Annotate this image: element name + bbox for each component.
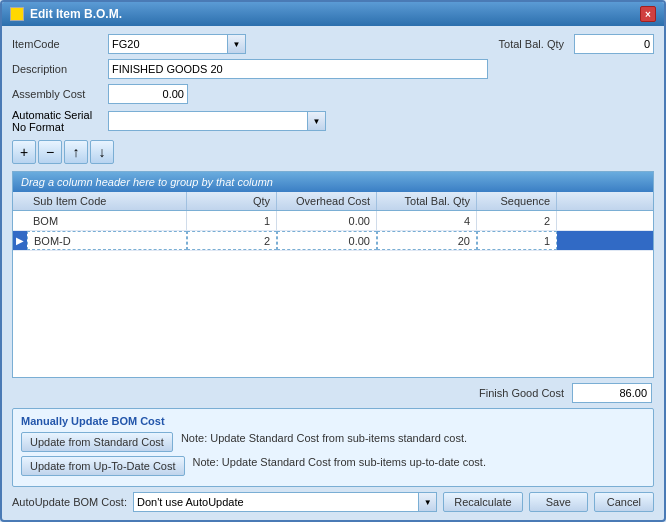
finish-good-row: Finish Good Cost	[12, 383, 654, 403]
grid-column-headers: Sub Item Code Qty Overhead Cost Total Ba…	[13, 192, 653, 211]
cell-sequence: 2	[477, 211, 557, 230]
grid-toolbar: + − ↑ ↓	[12, 140, 654, 164]
cell-overhead-cost: 0.00	[277, 211, 377, 230]
auto-serial-dropdown-btn[interactable]: ▼	[308, 111, 326, 131]
remove-row-button[interactable]: −	[38, 140, 62, 164]
row-indicator-col	[13, 192, 27, 210]
manually-update-title: Manually Update BOM Cost	[21, 415, 645, 427]
cell-sub-item-code-selected[interactable]: BOM-D	[27, 231, 187, 250]
bom-grid: Drag a column header here to group by th…	[12, 171, 654, 378]
update-standard-note: Note: Update Standard Cost from sub-item…	[181, 432, 645, 444]
manually-update-box: Manually Update BOM Cost Update from Sta…	[12, 408, 654, 487]
finish-good-label: Finish Good Cost	[479, 387, 564, 399]
window-icon	[10, 7, 24, 21]
edit-item-bom-window: Edit Item B.O.M. × ItemCode ▼ Total Bal.…	[0, 0, 666, 522]
main-content: ItemCode ▼ Total Bal. Qty Description As…	[2, 26, 664, 520]
item-code-combo: ▼	[108, 34, 246, 54]
col-header-sub-item-code: Sub Item Code	[27, 192, 187, 210]
update-standard-cost-button[interactable]: Update from Standard Cost	[21, 432, 173, 452]
update-uptodate-note: Note: Update Standard Cost from sub-item…	[193, 456, 646, 468]
cell-qty-selected[interactable]: 2	[187, 231, 277, 250]
item-code-row: ItemCode ▼ Total Bal. Qty	[12, 34, 654, 54]
update-standard-row: Update from Standard Cost Note: Update S…	[21, 432, 645, 452]
autoupdate-label: AutoUpdate BOM Cost:	[12, 496, 127, 508]
cell-qty: 1	[187, 211, 277, 230]
autoupdate-input[interactable]	[133, 492, 419, 512]
update-uptodate-row: Update from Up-To-Date Cost Note: Update…	[21, 456, 645, 476]
col-header-sequence: Sequence	[477, 192, 557, 210]
cell-overhead-cost-selected[interactable]: 0.00	[277, 231, 377, 250]
no-format-label: No Format	[12, 121, 102, 133]
col-header-qty: Qty	[187, 192, 277, 210]
cell-total-bal-qty-selected[interactable]: 20	[377, 231, 477, 250]
grid-body: BOM 1 0.00 4 2 ▶ BOM-D 2 0.00 20 1	[13, 211, 653, 377]
finish-good-value[interactable]	[572, 383, 652, 403]
autoupdate-dropdown-btn[interactable]: ▼	[419, 492, 437, 512]
autoupdate-combo: ▼	[133, 492, 437, 512]
description-label: Description	[12, 63, 102, 75]
cell-sub-item-code: BOM	[27, 211, 187, 230]
add-row-button[interactable]: +	[12, 140, 36, 164]
auto-serial-label-group: Automatic Serial No Format	[12, 109, 102, 133]
assembly-cost-label: Assembly Cost	[12, 88, 102, 100]
col-header-overhead-cost: Overhead Cost	[277, 192, 377, 210]
item-code-label: ItemCode	[12, 38, 102, 50]
window-title: Edit Item B.O.M.	[30, 7, 122, 21]
item-code-dropdown-btn[interactable]: ▼	[228, 34, 246, 54]
title-bar: Edit Item B.O.M. ×	[2, 2, 664, 26]
auto-serial-row: Automatic Serial No Format ▼	[12, 109, 654, 133]
grid-drag-header: Drag a column header here to group by th…	[13, 172, 653, 192]
recalculate-button[interactable]: Recalculate	[443, 492, 522, 512]
assembly-cost-input[interactable]	[108, 84, 188, 104]
move-down-button[interactable]: ↓	[90, 140, 114, 164]
total-bal-qty-label: Total Bal. Qty	[499, 38, 564, 50]
move-up-button[interactable]: ↑	[64, 140, 88, 164]
bottom-section: Finish Good Cost Manually Update BOM Cos…	[12, 383, 654, 512]
item-code-input[interactable]	[108, 34, 228, 54]
assembly-cost-row: Assembly Cost	[12, 84, 654, 104]
auto-serial-label: Automatic Serial	[12, 109, 102, 121]
save-button[interactable]: Save	[529, 492, 588, 512]
table-row[interactable]: ▶ BOM-D 2 0.00 20 1	[13, 231, 653, 251]
update-uptodate-cost-button[interactable]: Update from Up-To-Date Cost	[21, 456, 185, 476]
title-bar-left: Edit Item B.O.M.	[10, 7, 122, 21]
description-row: Description	[12, 59, 654, 79]
total-bal-qty-input[interactable]	[574, 34, 654, 54]
close-button[interactable]: ×	[640, 6, 656, 22]
table-row[interactable]: BOM 1 0.00 4 2	[13, 211, 653, 231]
description-input[interactable]	[108, 59, 488, 79]
cell-total-bal-qty: 4	[377, 211, 477, 230]
cancel-button[interactable]: Cancel	[594, 492, 654, 512]
bottom-action-bar: AutoUpdate BOM Cost: ▼ Recalculate Save …	[12, 492, 654, 512]
col-header-total-bal-qty: Total Bal. Qty	[377, 192, 477, 210]
cell-sequence-selected[interactable]: 1	[477, 231, 557, 250]
auto-serial-input[interactable]	[108, 111, 308, 131]
row-indicator: ▶	[13, 235, 27, 246]
auto-serial-combo: ▼	[108, 111, 326, 131]
